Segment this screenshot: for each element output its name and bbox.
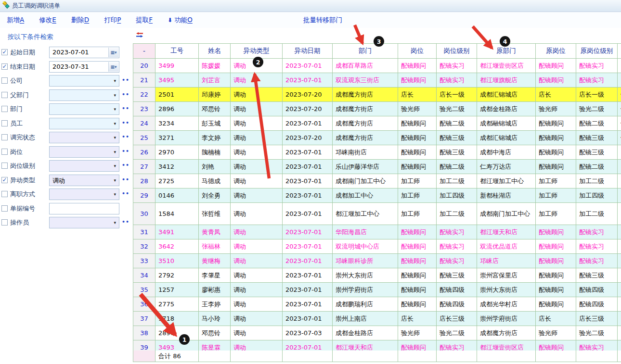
column-header-9[interactable]: 原岗位 bbox=[536, 44, 576, 59]
cell[interactable]: 刘芷言 bbox=[199, 73, 231, 88]
table-row[interactable]: 243234彭玉城调动2023-07-01成都魔方街店配镜顾问配镜二级成都融锦城… bbox=[133, 116, 621, 131]
cell[interactable]: 配镜顾问 bbox=[398, 297, 437, 312]
cell[interactable]: 1584 bbox=[155, 203, 199, 225]
cell[interactable]: 邛崃南街店 bbox=[333, 145, 398, 160]
cell[interactable]: 成都魔方街店 bbox=[477, 326, 536, 340]
cell[interactable]: 仁寿万达店 bbox=[477, 160, 536, 174]
cell[interactable] bbox=[618, 145, 621, 160]
cell[interactable] bbox=[618, 297, 621, 312]
cell[interactable]: 黄青凤 bbox=[199, 225, 231, 239]
cell[interactable]: 配镜三级 bbox=[576, 145, 618, 160]
more-options-button[interactable]: •• bbox=[122, 134, 129, 140]
cell[interactable]: 隗楠楠 bbox=[199, 145, 231, 160]
cell[interactable]: 2023-07-01 bbox=[283, 160, 333, 174]
filter-text-input[interactable] bbox=[49, 203, 119, 214]
cell[interactable]: 2023-07-01 bbox=[283, 283, 333, 297]
cell[interactable]: 3510 bbox=[155, 254, 199, 268]
cell[interactable]: 3234 bbox=[155, 116, 199, 131]
cell[interactable]: 配镜实习 bbox=[576, 59, 618, 73]
cell[interactable]: 李文婷 bbox=[199, 131, 231, 145]
table-row[interactable]: 282725马德成调动2023-07-01成都南门加工中心加工师加工二级都江堰加… bbox=[133, 174, 621, 188]
cell[interactable]: 张福林 bbox=[199, 239, 231, 254]
filter-checkbox[interactable]: ✓ bbox=[1, 49, 8, 55]
cell[interactable]: 成都汇锦城店 bbox=[477, 131, 536, 145]
cell[interactable]: 调动 bbox=[231, 254, 283, 268]
cell[interactable]: 调动 bbox=[231, 203, 283, 225]
batch-transfer-button[interactable]: 批量转移部门 bbox=[303, 16, 342, 25]
cell[interactable]: 2970 bbox=[155, 145, 199, 160]
cell[interactable]: 双流明城中心店 bbox=[333, 239, 398, 254]
cell[interactable]: 邛崃眼科诊所 bbox=[333, 254, 398, 268]
table-row[interactable]: 203499陈媛媛调动2023-07-01成都百草路店配镜顾问配镜实习都江堰壹街… bbox=[133, 59, 621, 73]
cell[interactable] bbox=[618, 239, 621, 254]
cell[interactable]: 成都金桂路店 bbox=[333, 326, 398, 340]
cell[interactable]: 配镜顾问 bbox=[398, 340, 437, 351]
cell[interactable]: 配镜二级 bbox=[437, 116, 477, 131]
cell[interactable]: 1718 bbox=[155, 312, 199, 326]
filter-select[interactable]: ▾ bbox=[49, 160, 119, 172]
cell[interactable]: 成都南门加工中心 bbox=[333, 174, 398, 188]
row-number-cell[interactable]: 25 bbox=[133, 131, 155, 145]
cell[interactable]: 2023-07-20 bbox=[283, 88, 333, 102]
cell[interactable]: 2023-07-01 bbox=[283, 116, 333, 131]
cell[interactable]: 配镜顾问 bbox=[536, 283, 576, 297]
cell[interactable]: 加工师 bbox=[536, 203, 576, 225]
row-number-cell[interactable]: 34 bbox=[133, 268, 155, 283]
cell[interactable]: 调动 bbox=[231, 239, 283, 254]
filter-select[interactable]: ▾ bbox=[49, 188, 119, 200]
cell[interactable]: 验光二级 bbox=[576, 326, 618, 340]
cell[interactable]: 调动 bbox=[231, 59, 283, 73]
cell[interactable]: 调动 bbox=[231, 283, 283, 297]
cell[interactable]: 调动 bbox=[231, 312, 283, 326]
cell[interactable]: 调动 bbox=[231, 116, 283, 131]
cell[interactable]: 店长 bbox=[536, 88, 576, 102]
cell[interactable]: 2023-07-20 bbox=[283, 131, 333, 145]
cell[interactable]: 乐山伊藤洋华店 bbox=[333, 160, 398, 174]
cell[interactable]: 合 bbox=[618, 116, 621, 131]
cell[interactable]: 王李婷 bbox=[199, 297, 231, 312]
cell[interactable]: 配镜四级 bbox=[576, 283, 618, 297]
cell[interactable]: 合 bbox=[618, 102, 621, 116]
cell[interactable]: 配镜三级 bbox=[576, 268, 618, 283]
cell[interactable]: 马德成 bbox=[199, 174, 231, 188]
cell[interactable]: 配镜顾问 bbox=[398, 59, 437, 73]
table-row[interactable]: 273412刘艳调动2023-07-01乐山伊藤洋华店配镜顾问配镜二级仁寿万达店… bbox=[133, 160, 621, 174]
table-row[interactable]: 342792李肇星调动2023-07-01崇州大东街店配镜顾问配镜三级崇州宫保里… bbox=[133, 268, 621, 283]
cell[interactable]: 成都金桂路店 bbox=[477, 102, 536, 116]
cell[interactable]: 邱康婷 bbox=[199, 88, 231, 102]
cell[interactable]: 调动 bbox=[231, 160, 283, 174]
filter-checkbox[interactable] bbox=[1, 92, 8, 98]
more-options-button[interactable]: •• bbox=[122, 105, 129, 112]
cell[interactable]: 廖彬惠 bbox=[199, 283, 231, 297]
cell[interactable]: 加工师 bbox=[536, 188, 576, 203]
cell[interactable]: 2023-07-01 bbox=[283, 174, 333, 188]
cell[interactable]: 配镜四级 bbox=[437, 283, 477, 297]
filter-checkbox[interactable] bbox=[1, 219, 8, 226]
row-number-cell[interactable]: 26 bbox=[133, 145, 155, 160]
cell[interactable]: 配镜实习 bbox=[437, 340, 477, 351]
cell[interactable]: 配镜顾问 bbox=[398, 131, 437, 145]
cell[interactable]: 2023-07-01 bbox=[283, 225, 333, 239]
column-header-8[interactable]: 原部门 bbox=[477, 44, 536, 59]
row-number-cell[interactable]: 30 bbox=[133, 203, 155, 225]
cell[interactable]: 验光师 bbox=[536, 326, 576, 340]
cell[interactable]: 合 bbox=[618, 131, 621, 145]
cell[interactable]: 成都南门加工中心 bbox=[477, 203, 536, 225]
cell[interactable]: 2023-07-01 bbox=[283, 254, 333, 268]
filter-checkbox[interactable] bbox=[1, 120, 8, 126]
row-number-cell[interactable]: 28 bbox=[133, 174, 155, 188]
cell[interactable]: 配镜顾问 bbox=[536, 73, 576, 88]
cell[interactable]: 2023-07-01 bbox=[283, 59, 333, 73]
cell[interactable]: 配镜顾问 bbox=[398, 73, 437, 88]
cell[interactable] bbox=[618, 254, 621, 268]
calendar-dropdown-icon[interactable]: ▦▾ bbox=[108, 62, 118, 72]
cell[interactable]: 成都魔方街店 bbox=[333, 116, 398, 131]
cell[interactable]: 2725 bbox=[155, 174, 199, 188]
cell[interactable]: 刘全勇 bbox=[199, 188, 231, 203]
cell[interactable]: 成都汇锦城店 bbox=[477, 88, 536, 102]
cell[interactable]: 验光师 bbox=[398, 326, 437, 340]
cell[interactable]: 配镜顾问 bbox=[536, 225, 576, 239]
menu-item-e[interactable]: 修改E bbox=[39, 16, 56, 25]
cell[interactable]: 配镜三级 bbox=[437, 268, 477, 283]
cell[interactable]: 店长一级 bbox=[576, 88, 618, 102]
